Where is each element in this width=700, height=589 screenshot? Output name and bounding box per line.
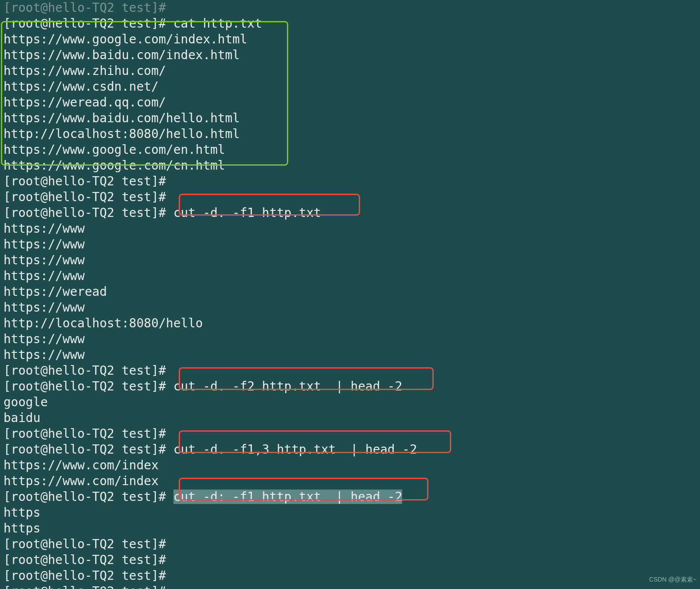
output-line: http://localhost:8080/hello xyxy=(0,316,700,331)
watermark: CSDN @@素素~ xyxy=(649,571,696,587)
selected-command-text: cut -d: -f1 http.txt | head -2 xyxy=(173,490,403,504)
command-line: [root@hello-TQ2 test]# cut -d. -f2 http.… xyxy=(0,379,700,394)
prompt-line: [root@hello-TQ2 test]# xyxy=(0,0,700,16)
terminal-screen[interactable]: [root@hello-TQ2 test]# [root@hello-TQ2 t… xyxy=(0,0,700,589)
prompt: [root@hello-TQ2 test]# xyxy=(4,174,166,188)
output-line: https://www xyxy=(0,268,700,284)
output-line: https://www xyxy=(0,347,700,363)
output-line: https://www.baidu.com/hello.html xyxy=(0,110,700,126)
prompt: [root@hello-TQ2 test]# xyxy=(4,426,166,441)
output-line: http://localhost:8080/hello.html xyxy=(0,126,700,142)
prompt-line: [root@hello-TQ2 test]# xyxy=(0,426,700,442)
prompt: [root@hello-TQ2 test]# xyxy=(4,16,166,31)
output-line: https://www.google.com/en.html xyxy=(0,142,700,158)
output-line: google xyxy=(0,394,700,410)
output-line: https://www.baidu.com/index.html xyxy=(0,47,700,63)
command-line: [root@hello-TQ2 test]# cut -d. -f1,3 htt… xyxy=(0,442,700,458)
prompt: [root@hello-TQ2 test]# xyxy=(4,442,166,457)
output-line: https://www xyxy=(0,300,700,316)
output-line: https://weread xyxy=(0,284,700,300)
prompt: [root@hello-TQ2 test]# xyxy=(4,206,166,220)
prompt: [root@hello-TQ2 test]# xyxy=(4,379,166,394)
prompt-line: [root@hello-TQ2 test]# xyxy=(0,363,700,379)
prompt-line: [root@hello-TQ2 test]# xyxy=(0,584,700,589)
command-text: cut -d. -f1,3 http.txt | head -2 xyxy=(166,442,417,457)
output-line: https://www.csdn.net/ xyxy=(0,79,700,95)
output-line: baidu xyxy=(0,410,700,426)
command-line: [root@hello-TQ2 test]# cut -d. -f1 http.… xyxy=(0,205,700,221)
output-line: https://www.com/index xyxy=(0,458,700,473)
command-text: cut -d. -f1 http.txt xyxy=(166,206,321,220)
output-line: https://www xyxy=(0,237,700,252)
prompt-line: [root@hello-TQ2 test]# xyxy=(0,174,700,189)
output-line: https xyxy=(0,521,700,536)
output-line: https://www.com/index xyxy=(0,473,700,489)
prompt-line: [root@hello-TQ2 test]# xyxy=(0,536,700,552)
prompt: [root@hello-TQ2 test]# xyxy=(4,584,166,589)
prompt: [root@hello-TQ2 test]# xyxy=(4,363,166,378)
command-text: cut -d. -f2 http.txt | head -2 xyxy=(166,379,402,394)
prompt: [root@hello-TQ2 test]# xyxy=(4,190,166,204)
prompt-line: [root@hello-TQ2 test]# xyxy=(0,552,700,568)
output-line: https xyxy=(0,505,700,521)
prompt-line: [root@hello-TQ2 test]# xyxy=(0,568,700,584)
prompt: [root@hello-TQ2 test]# xyxy=(4,568,166,583)
output-line: https://www xyxy=(0,221,700,237)
command-line: [root@hello-TQ2 test]# cat http.txt xyxy=(0,16,700,32)
output-line: https://www xyxy=(0,331,700,347)
output-line: https://www.google.com/index.html xyxy=(0,32,700,47)
prompt: [root@hello-TQ2 test]# xyxy=(4,490,166,504)
output-line: https://www xyxy=(0,252,700,268)
output-line: https://www.google.com/cn.html xyxy=(0,158,700,174)
prompt: [root@hello-TQ2 test]# xyxy=(4,553,166,567)
prompt-line: [root@hello-TQ2 test]# xyxy=(0,189,700,205)
prompt: [root@hello-TQ2 test]# xyxy=(4,537,166,551)
prompt: [root@hello-TQ2 test]# xyxy=(4,0,166,15)
command-text: cat http.txt xyxy=(166,16,262,31)
output-line: https://weread.qq.com/ xyxy=(0,95,700,110)
command-line: [root@hello-TQ2 test]# cut -d: -f1 http.… xyxy=(0,489,700,505)
output-line: https://www.zhihu.com/ xyxy=(0,63,700,79)
